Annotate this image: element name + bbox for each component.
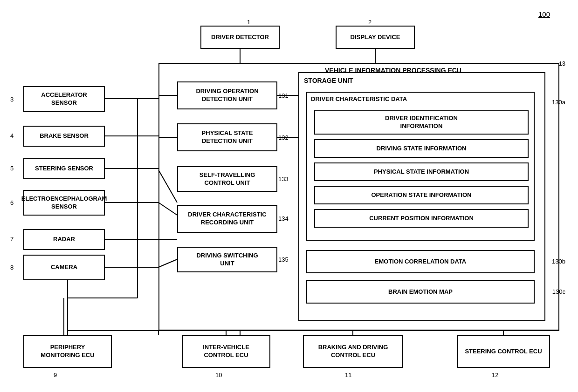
current-position-info-box: CURRENT POSITION INFORMATION	[314, 209, 529, 228]
ref-7: 7	[10, 236, 14, 243]
ref-3: 3	[10, 96, 14, 103]
driver-characteristic-recording-box: DRIVER CHARACTERISTICRECORDING UNIT	[177, 205, 277, 233]
ref-100: 100	[538, 10, 550, 18]
camera-box: CAMERA	[23, 255, 105, 280]
ref-13: 13	[559, 60, 565, 67]
accelerator-sensor-box: ACCELERATORSENSOR	[23, 86, 105, 112]
display-device-box: DISPLAY DEVICE	[336, 26, 415, 49]
ref-2: 2	[368, 19, 372, 26]
electroencephalogram-sensor-box: ELECTROENCEPHALOGRAMSENSOR	[23, 190, 105, 216]
physical-state-info-box: PHYSICAL STATE INFORMATION	[314, 162, 529, 181]
ref-130c: 130c	[552, 288, 565, 295]
radar-box: RADAR	[23, 229, 105, 250]
emotion-correlation-data-box: EMOTION CORRELATION DATA	[306, 250, 535, 273]
ref-131: 131	[278, 92, 289, 99]
ref-11: 11	[345, 372, 351, 378]
ref-8: 8	[10, 264, 14, 271]
ref-133: 133	[278, 176, 289, 182]
ref-4: 4	[10, 132, 14, 139]
operation-state-info-box: OPERATION STATE INFORMATION	[314, 186, 529, 204]
ref-6: 6	[10, 199, 14, 206]
driver-detector-box: DRIVER DETECTOR	[200, 26, 280, 49]
ref-1: 1	[247, 19, 250, 26]
ref-134: 134	[278, 215, 289, 222]
ref-130a: 130a	[552, 99, 565, 106]
self-travelling-control-box: SELF-TRAVELLINGCONTROL UNIT	[177, 166, 277, 192]
physical-state-detection-box: PHYSICAL STATEDETECTION UNIT	[177, 123, 277, 151]
periphery-monitoring-ecu-box: PERIPHERYMONITORING ECU	[23, 335, 112, 368]
driver-identification-info-box: DRIVER IDENTIFICATIONINFORMATION	[314, 110, 529, 135]
steering-control-ecu-box: STEERING CONTROL ECU	[457, 335, 550, 368]
brake-sensor-box: BRAKE SENSOR	[23, 126, 105, 147]
ref-135: 135	[278, 256, 289, 263]
ref-5: 5	[10, 165, 14, 172]
ref-10: 10	[215, 372, 222, 378]
driver-characteristic-data-section: DRIVER CHARACTERISTIC DATA DRIVER IDENTI…	[306, 92, 535, 241]
brain-emotion-map-box: BRAIN EMOTION MAP	[306, 280, 535, 304]
driver-characteristic-data-label: DRIVER CHARACTERISTIC DATA	[311, 95, 407, 103]
braking-driving-control-ecu-box: BRAKING AND DRIVINGCONTROL ECU	[303, 335, 403, 368]
ref-132: 132	[278, 134, 289, 141]
inter-vehicle-control-ecu-box: INTER-VEHICLECONTROL ECU	[182, 335, 270, 368]
storage-unit-box: STORAGE UNIT DRIVER CHARACTERISTIC DATA …	[298, 72, 545, 321]
driving-operation-detection-box: DRIVING OPERATIONDETECTION UNIT	[177, 81, 277, 109]
driving-switching-box: DRIVING SWITCHINGUNIT	[177, 247, 277, 272]
driving-state-info-box: DRIVING STATE INFORMATION	[314, 139, 529, 158]
ref-130b: 130b	[552, 258, 565, 265]
storage-unit-label: STORAGE UNIT	[304, 77, 353, 84]
ref-9: 9	[54, 372, 57, 378]
ref-12: 12	[492, 372, 498, 378]
steering-sensor-box: STEERING SENSOR	[23, 158, 105, 179]
